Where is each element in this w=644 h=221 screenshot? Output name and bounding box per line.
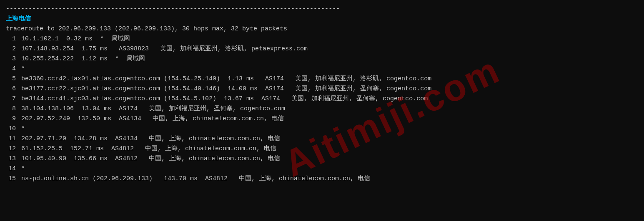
hop-content: be3177.ccr22.sjc01.atlas.cogentco.com (1…: [18, 84, 431, 94]
table-row: 11 202.97.71.29 134.28 ms AS4134 中国, 上海,…: [6, 134, 638, 144]
table-row: 5 be3360.ccr42.lax01.atlas.cogentco.com …: [6, 74, 638, 84]
table-row: 13 101.95.40.90 135.66 ms AS4812 中国, 上海,…: [6, 154, 638, 164]
table-row: 12 61.152.25.5 152.71 ms AS4812 中国, 上海, …: [6, 144, 638, 154]
table-row: 8 38.104.138.106 13.04 ms AS174 美国, 加利福尼…: [6, 104, 638, 114]
hops-container: 1 10.1.102.1 0.32 ms * 局域网2 107.148.93.2…: [6, 34, 638, 184]
hop-content: 10.255.254.222 1.12 ms * 局域网: [18, 54, 145, 64]
hop-number: 15: [6, 174, 18, 184]
hop-number: 9: [6, 114, 18, 124]
hop-number: 4: [6, 64, 18, 74]
table-row: 7 be3144.ccr41.sjc03.atlas.cogentco.com …: [6, 94, 638, 104]
hop-content: 38.104.138.106 13.04 ms AS174 美国, 加利福尼亚州…: [18, 104, 285, 114]
table-row: 9 202.97.52.249 132.50 ms AS4134 中国, 上海,…: [6, 114, 638, 124]
table-row: 1 10.1.102.1 0.32 ms * 局域网: [6, 34, 638, 44]
terminal-content: ----------------------------------------…: [6, 4, 638, 184]
hop-content: 202.97.71.29 134.28 ms AS4134 中国, 上海, ch…: [18, 134, 280, 144]
hop-number: 7: [6, 94, 18, 104]
table-row: 2 107.148.93.254 1.75 ms AS398823 美国, 加利…: [6, 44, 638, 54]
table-row: 15 ns-pd.online.sh.cn (202.96.209.133) 1…: [6, 174, 638, 184]
hop-number: 8: [6, 104, 18, 114]
hop-content: 10.1.102.1 0.32 ms * 局域网: [18, 34, 130, 44]
separator-line: ----------------------------------------…: [6, 4, 638, 14]
table-row: 14 *: [6, 164, 638, 174]
traceroute-header: traceroute to 202.96.209.133 (202.96.209…: [6, 24, 638, 34]
hop-content: be3144.ccr41.sjc03.atlas.cogentco.com (1…: [18, 94, 428, 104]
hop-number: 3: [6, 54, 18, 64]
hop-content: be3360.ccr42.lax01.atlas.cogentco.com (1…: [18, 74, 431, 84]
table-row: 6 be3177.ccr22.sjc01.atlas.cogentco.com …: [6, 84, 638, 94]
section-title: 上海电信: [6, 14, 638, 24]
table-row: 10 *: [6, 124, 638, 134]
table-row: 3 10.255.254.222 1.12 ms * 局域网: [6, 54, 638, 64]
hop-number: 5: [6, 74, 18, 84]
hop-content: 61.152.25.5 152.71 ms AS4812 中国, 上海, chi…: [18, 144, 276, 154]
hop-number: 12: [6, 144, 18, 154]
hop-content: *: [18, 124, 25, 134]
hop-number: 2: [6, 44, 18, 54]
hop-number: 14: [6, 164, 18, 174]
hop-content: 107.148.93.254 1.75 ms AS398823 美国, 加利福尼…: [18, 44, 308, 54]
hop-number: 1: [6, 34, 18, 44]
hop-number: 13: [6, 154, 18, 164]
hop-content: 202.97.52.249 132.50 ms AS4134 中国, 上海, c…: [18, 114, 284, 124]
hop-content: ns-pd.online.sh.cn (202.96.209.133) 143.…: [18, 174, 370, 184]
table-row: 4 *: [6, 64, 638, 74]
hop-number: 10: [6, 124, 18, 134]
hop-number: 6: [6, 84, 18, 94]
hop-content: *: [18, 64, 25, 74]
hop-number: 11: [6, 134, 18, 144]
hop-content: *: [18, 164, 25, 174]
hop-content: 101.95.40.90 135.66 ms AS4812 中国, 上海, ch…: [18, 154, 280, 164]
